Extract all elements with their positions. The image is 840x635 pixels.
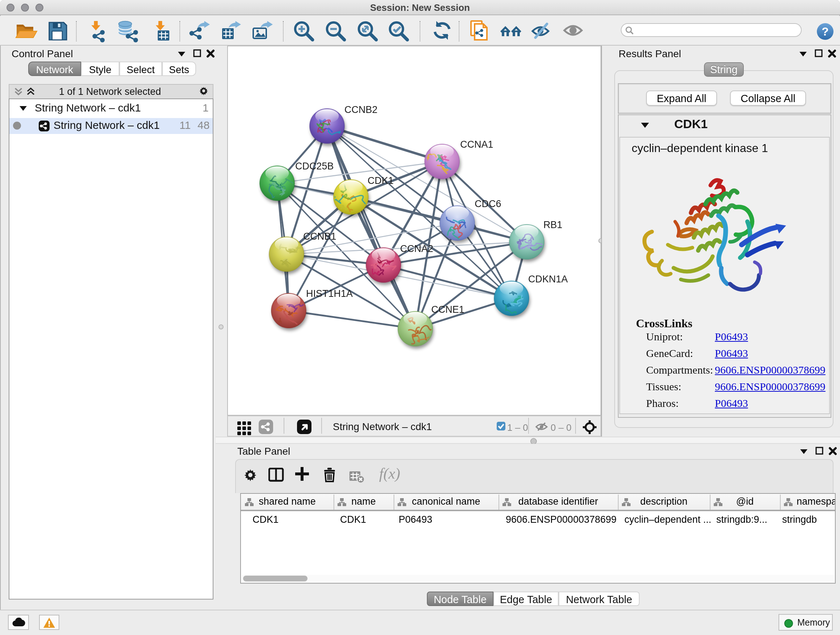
svg-text:RB1: RB1 (543, 219, 562, 230)
svg-text:CDK1: CDK1 (368, 175, 393, 186)
svg-text:?: ? (821, 25, 829, 38)
svg-text:CCNA2: CCNA2 (400, 243, 433, 254)
svg-text:CDC25B: CDC25B (295, 161, 334, 172)
svg-text:CCNB1: CCNB1 (303, 231, 336, 242)
svg-text:CCNB2: CCNB2 (344, 104, 378, 115)
svg-text:CCNA1: CCNA1 (460, 139, 493, 150)
svg-text:CDKN1A: CDKN1A (528, 274, 568, 285)
svg-text:CDC6: CDC6 (475, 198, 501, 209)
svg-text:CCNE1: CCNE1 (431, 304, 464, 315)
svg-text:HIST1H1A: HIST1H1A (306, 288, 353, 299)
